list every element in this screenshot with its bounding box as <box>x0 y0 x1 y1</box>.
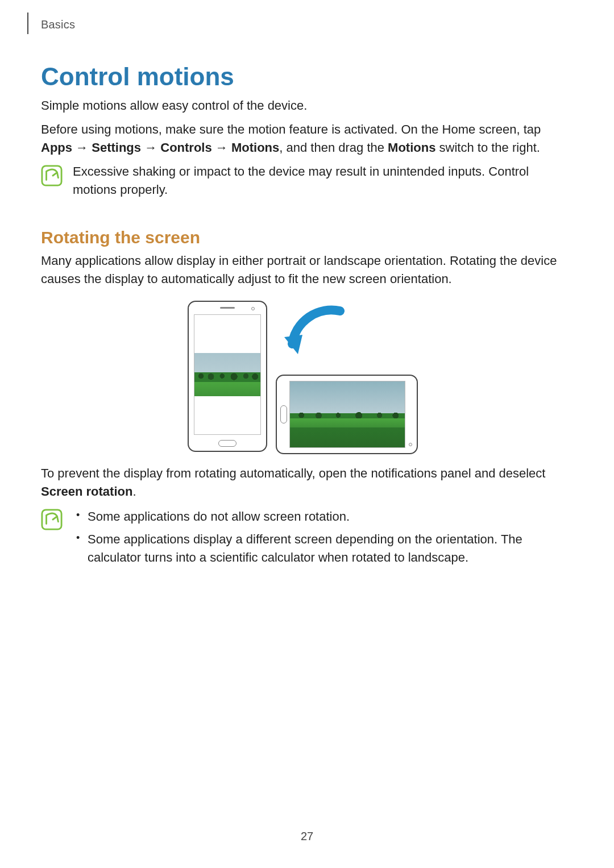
note1-text: Excessive shaking or impact to the devic… <box>73 163 573 199</box>
note-icon <box>41 509 63 530</box>
page-number: 27 <box>0 830 614 843</box>
rotate-illustration <box>41 301 573 454</box>
manual-page: Basics Control motions Simple motions al… <box>0 0 614 868</box>
motions-bold: Motions <box>388 140 435 155</box>
intro-line2-mid: , and then drag the <box>279 140 388 155</box>
note-block-1: Excessive shaking or impact to the devic… <box>41 163 573 205</box>
path-settings: Settings <box>92 140 141 155</box>
path-apps: Apps <box>41 140 72 155</box>
prevent-pre: To prevent the display from rotating aut… <box>41 466 545 480</box>
path-arrow-1: → <box>72 140 92 155</box>
note2-bullet-list: Some applications do not allow screen ro… <box>73 508 573 567</box>
header-rule <box>27 13 28 34</box>
note-icon <box>41 165 63 186</box>
phone-portrait-icon <box>188 301 267 452</box>
prevent-bold: Screen rotation <box>41 484 132 499</box>
subheading-rotate: Rotating the screen <box>41 228 573 247</box>
path-arrow-2: → <box>141 140 160 155</box>
note2-bullet-2: Some applications display a different sc… <box>73 530 573 567</box>
phone-landscape-icon <box>276 375 418 454</box>
intro-line2-end: switch to the right. <box>435 140 540 155</box>
note2-bullet-1: Some applications do not allow screen ro… <box>73 508 573 526</box>
intro-line2-pre: Before using motions, make sure the moti… <box>41 122 541 136</box>
prevent-rotate-para: To prevent the display from rotating aut… <box>41 464 573 501</box>
path-motions: Motions <box>231 140 279 155</box>
prevent-end: . <box>132 484 136 499</box>
svg-marker-1 <box>284 335 302 354</box>
section-title: Control motions <box>41 63 573 91</box>
intro-line-1: Simple motions allow easy control of the… <box>41 97 573 115</box>
intro-line-2: Before using motions, make sure the moti… <box>41 121 573 157</box>
rotate-para: Many applications allow display in eithe… <box>41 252 573 288</box>
rotate-arrow-icon <box>273 304 347 367</box>
breadcrumb: Basics <box>41 18 75 31</box>
path-arrow-3: → <box>212 140 231 155</box>
content-area: Control motions Simple motions allow eas… <box>41 63 573 571</box>
path-controls: Controls <box>160 140 211 155</box>
note-block-2: Some applications do not allow screen ro… <box>41 506 573 571</box>
